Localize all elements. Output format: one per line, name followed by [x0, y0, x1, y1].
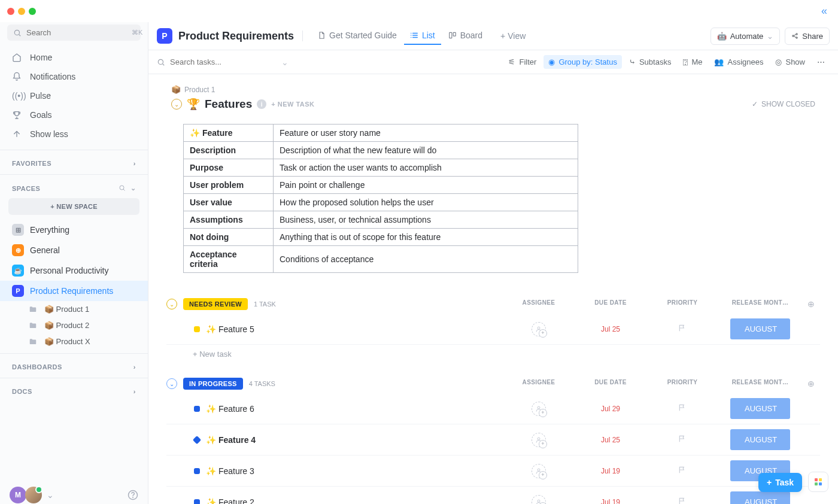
task-row[interactable]: ✨ Feature 3 Jul 19 AUGUST: [166, 456, 820, 487]
nav-notifications[interactable]: Notifications: [0, 67, 148, 86]
space-general[interactable]: ⊕General: [0, 240, 148, 260]
favorites-header[interactable]: FAVORITES ›: [0, 154, 148, 171]
column-header[interactable]: ASSIGNEE: [503, 299, 575, 309]
due-date-cell[interactable]: Jul 19: [575, 498, 646, 505]
task-row[interactable]: ✨ Feature 4 Jul 25 AUGUST: [166, 424, 820, 456]
column-header[interactable]: ASSIGNEE: [503, 379, 575, 388]
space-personal-productivity[interactable]: ☕Personal Productivity: [0, 260, 148, 281]
chevron-down-icon[interactable]: ⌄: [281, 57, 289, 67]
show-button[interactable]: ◎Show: [770, 55, 810, 69]
search-tasks[interactable]: ⌄: [157, 57, 289, 67]
automate-button[interactable]: 🤖 Automate ⌄: [711, 28, 781, 45]
share-button[interactable]: Share: [785, 28, 830, 45]
add-column-button[interactable]: ⊕: [802, 299, 820, 309]
priority-cell[interactable]: [646, 466, 718, 476]
assignee-cell[interactable]: [503, 402, 575, 416]
task-name[interactable]: ✨ Feature 5: [206, 324, 254, 334]
help-icon[interactable]: [127, 490, 138, 500]
due-date-cell[interactable]: Jul 25: [575, 325, 646, 333]
add-assignee-icon[interactable]: [532, 464, 546, 478]
tab-list[interactable]: List: [404, 27, 441, 45]
task-row[interactable]: ✨ Feature 2 Jul 19 AUGUST: [166, 487, 820, 504]
task-status-dot[interactable]: [194, 499, 200, 505]
task-name[interactable]: ✨ Feature 4: [206, 435, 256, 445]
add-column-button[interactable]: ⊕: [802, 379, 820, 388]
dashboards-header[interactable]: DASHBOARDS ›: [0, 357, 148, 374]
column-header[interactable]: DUE DATE: [575, 299, 646, 309]
task-row[interactable]: ✨ Feature 6 Jul 29 AUGUST: [166, 393, 820, 424]
nav-show-less[interactable]: Show less: [0, 125, 148, 144]
assignees-button[interactable]: 👥Assignees: [709, 55, 768, 69]
maximize-traffic-light[interactable]: [29, 8, 36, 15]
assignee-cell[interactable]: [503, 464, 575, 478]
release-cell[interactable]: AUGUST: [718, 429, 802, 450]
tab-get-started-guide[interactable]: Get Started Guide: [311, 27, 403, 45]
task-status-dot[interactable]: [194, 468, 200, 474]
release-cell[interactable]: AUGUST: [718, 318, 802, 339]
add-assignee-icon[interactable]: [532, 495, 546, 505]
priority-cell[interactable]: [646, 403, 718, 414]
breadcrumb[interactable]: Product 1: [184, 86, 215, 94]
search-spaces-icon[interactable]: [119, 184, 126, 192]
group-status-pill[interactable]: IN PROGRESS: [183, 378, 243, 390]
minimize-traffic-light[interactable]: [18, 8, 25, 15]
nav-home[interactable]: Home: [0, 48, 148, 67]
priority-cell[interactable]: [646, 324, 718, 334]
column-header[interactable]: DUE DATE: [575, 379, 646, 388]
collapse-group-icon[interactable]: ⌄: [166, 378, 177, 389]
column-header[interactable]: RELEASE MONT…: [718, 299, 802, 309]
add-assignee-icon[interactable]: [532, 402, 546, 416]
column-header[interactable]: RELEASE MONT…: [718, 379, 802, 388]
user-avatar-photo[interactable]: [25, 487, 42, 503]
collapse-group-icon[interactable]: ⌄: [166, 299, 177, 309]
add-assignee-icon[interactable]: [532, 433, 546, 447]
space-product-requirements[interactable]: PProduct Requirements: [0, 281, 148, 301]
due-date-cell[interactable]: Jul 25: [575, 436, 646, 444]
assignee-cell[interactable]: [503, 495, 575, 505]
tab-board[interactable]: Board: [442, 27, 488, 45]
new-task-line[interactable]: + New task: [166, 345, 820, 363]
collapse-sidebar-icon[interactable]: «: [821, 5, 827, 17]
new-task-fab[interactable]: + Task: [758, 473, 802, 492]
task-status-dot[interactable]: [194, 406, 200, 412]
global-search[interactable]: ⌘K: [7, 25, 141, 41]
chevron-down-icon[interactable]: ⌄: [130, 184, 136, 192]
user-avatar[interactable]: M: [10, 487, 26, 503]
info-icon[interactable]: i: [257, 99, 266, 109]
due-date-cell[interactable]: Jul 19: [575, 467, 646, 475]
column-header[interactable]: PRIORITY: [646, 379, 718, 388]
task-name[interactable]: ✨ Feature 6: [206, 404, 254, 414]
task-name[interactable]: ✨ Feature 3: [206, 466, 254, 476]
space-everything[interactable]: ⊞Everything: [0, 220, 148, 240]
me-button[interactable]: ⍰Me: [678, 55, 707, 69]
group-status-pill[interactable]: NEEDS REVIEW: [183, 298, 248, 310]
search-tasks-input[interactable]: [170, 57, 277, 66]
apps-button[interactable]: [808, 472, 828, 492]
task-name[interactable]: ✨ Feature 2: [206, 497, 254, 505]
priority-cell[interactable]: [646, 435, 718, 445]
new-space-button[interactable]: + NEW SPACE: [8, 198, 139, 215]
assignee-cell[interactable]: [503, 433, 575, 447]
nav-goals[interactable]: Goals: [0, 105, 148, 125]
collapse-list-icon[interactable]: ⌄: [171, 99, 182, 110]
groupby-button[interactable]: ◉Group by: Status: [544, 55, 622, 69]
new-task-header-button[interactable]: + NEW TASK: [271, 101, 314, 108]
folder-item[interactable]: 📦 Product X: [0, 333, 148, 350]
release-cell[interactable]: AUGUST: [718, 398, 802, 419]
subtasks-button[interactable]: ⤷Subtasks: [624, 55, 676, 69]
priority-cell[interactable]: [646, 497, 718, 504]
add-view-button[interactable]: +View: [494, 28, 532, 44]
docs-header[interactable]: DOCS ›: [0, 382, 148, 399]
column-header[interactable]: PRIORITY: [646, 299, 718, 309]
close-traffic-light[interactable]: [7, 8, 14, 15]
folder-item[interactable]: 📦 Product 2: [0, 317, 148, 333]
due-date-cell[interactable]: Jul 29: [575, 405, 646, 413]
filter-button[interactable]: ⚟Filter: [503, 55, 541, 69]
nav-pulse[interactable]: ((•))Pulse: [0, 86, 148, 105]
add-assignee-icon[interactable]: [532, 322, 546, 336]
more-icon[interactable]: ⋯: [812, 55, 830, 69]
show-closed-button[interactable]: ✓ SHOW CLOSED: [752, 100, 815, 108]
assignee-cell[interactable]: [503, 322, 575, 336]
search-input[interactable]: [26, 28, 127, 37]
release-cell[interactable]: AUGUST: [718, 491, 802, 504]
